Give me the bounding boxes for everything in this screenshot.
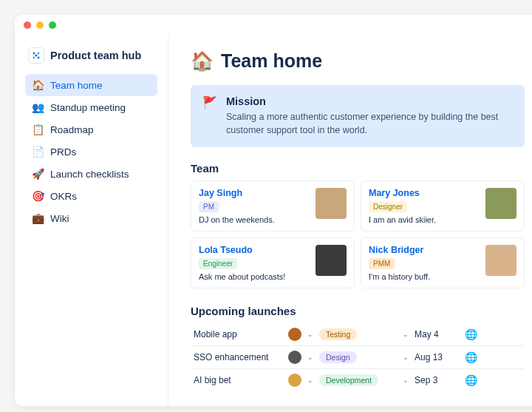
team-member-name: Mary Jones [369,188,478,198]
launch-date: May 4 [415,329,439,340]
role-badge: Designer [369,201,407,212]
team-card[interactable]: Nick Bridger PMM I'm a history buff. [361,237,525,288]
launch-row[interactable]: SSO enhancement ⌄ Design ⌄ Aug 13 🌐 [191,346,525,369]
nav-label: OKRs [50,191,77,202]
mission-banner: 🚩 Mission Scaling a more authentic custo… [191,85,525,147]
window-titlebar [15,15,532,36]
launch-date: Aug 13 [415,352,443,362]
window-close-icon[interactable] [24,21,31,29]
mission-icon: 🚩 [202,95,217,137]
status-badge: Design [319,351,357,363]
window-minimize-icon[interactable] [36,21,44,29]
sidebar-item-prds[interactable]: 📄PRDs [25,141,157,163]
launches-section-title: Upcoming launches [191,305,525,317]
mission-body: Scaling a more authentic customer experi… [226,110,513,137]
launches-list: Mobile app ⌄ Testing ⌄ May 4 🌐 SSO enhan… [191,323,525,391]
nav-icon: 👥 [32,101,44,113]
sidebar-item-standup-meeting[interactable]: 👥Standup meeting [25,96,157,118]
nav-label: Team home [50,80,103,91]
team-card[interactable]: Lola Tseudo Engineer Ask me about podcas… [191,237,355,288]
team-member-name: Jay Singh [199,188,308,198]
chevron-down-icon[interactable]: ⌄ [307,354,313,361]
nav-icon: 📋 [32,124,44,135]
status-badge: Testing [319,328,357,340]
page-title-icon: 🏠 [191,50,214,72]
team-member-bio: DJ on the weekends. [199,215,308,224]
nav-icon: 🏠 [32,79,44,91]
svg-point-2 [35,55,38,57]
sidebar-item-team-home[interactable]: 🏠Team home [25,74,157,96]
launch-row[interactable]: Mobile app ⌄ Testing ⌄ May 4 🌐 [191,323,525,346]
sidebar-nav: 🏠Team home👥Standup meeting📋Roadmap📄PRDs🚀… [25,74,157,229]
nav-icon: 🚀 [32,168,44,180]
sidebar-item-launch-checklists[interactable]: 🚀Launch checklists [25,163,157,185]
team-member-bio: I'm a history buff. [369,272,478,281]
sidebar-item-roadmap[interactable]: 📋Roadmap [25,118,157,141]
role-badge: Engineer [199,258,237,269]
nav-icon: 📄 [32,146,44,158]
role-badge: PMM [369,258,395,269]
role-badge: PM [199,201,219,212]
avatar [288,328,301,341]
chevron-down-icon[interactable]: ⌄ [307,376,313,384]
workspace-icon [28,47,44,64]
launch-name: SSO enhancement [194,352,282,362]
team-member-bio: I am an avid skiier. [369,215,478,224]
globe-icon[interactable]: 🌐 [465,351,477,363]
sidebar-item-wiki[interactable]: 💼Wiki [25,207,157,229]
nav-label: Launch checklists [50,169,129,180]
svg-point-1 [38,53,40,55]
sidebar-item-okrs[interactable]: 🎯OKRs [25,185,157,207]
app-window: Product team hub 🏠Team home👥Standup meet… [15,15,532,406]
globe-icon[interactable]: 🌐 [465,374,477,386]
launch-name: Mobile app [194,329,282,340]
team-grid: Jay Singh PM DJ on the weekends. Mary Jo… [191,180,525,288]
team-card[interactable]: Jay Singh PM DJ on the weekends. [191,180,355,232]
svg-point-4 [38,57,40,59]
launch-date: Sep 3 [415,375,437,385]
page-title-text: Team home [221,50,322,72]
nav-label: Wiki [50,213,69,224]
launch-row[interactable]: AI big bet ⌄ Development ⌄ Sep 3 🌐 [191,369,525,391]
chevron-down-icon[interactable]: ⌄ [403,331,409,338]
team-section-title: Team [191,162,525,175]
nav-label: Standup meeting [50,102,126,113]
svg-point-0 [33,53,35,55]
chevron-down-icon[interactable]: ⌄ [403,376,409,384]
avatar [316,245,347,276]
sidebar: Product team hub 🏠Team home👥Standup meet… [15,36,168,406]
chevron-down-icon[interactable]: ⌄ [403,354,409,361]
team-member-name: Lola Tseudo [199,245,308,255]
chevron-down-icon[interactable]: ⌄ [307,331,313,338]
globe-icon[interactable]: 🌐 [465,328,477,340]
nav-label: Roadmap [50,124,94,135]
team-card[interactable]: Mary Jones Designer I am an avid skiier. [361,180,525,232]
launch-name: AI big bet [194,375,282,385]
nav-icon: 🎯 [32,190,44,202]
main-content: 🏠 Team home 🚩 Mission Scaling a more aut… [168,36,532,406]
mission-title: Mission [226,95,513,107]
avatar [288,351,301,364]
page-title: 🏠 Team home [191,50,525,72]
avatar [288,374,301,387]
avatar [485,245,516,276]
nav-label: PRDs [50,146,76,158]
nav-icon: 💼 [32,212,44,224]
workspace-header[interactable]: Product team hub [25,43,157,74]
window-maximize-icon[interactable] [49,21,56,29]
status-badge: Development [319,374,378,386]
avatar [316,188,347,219]
workspace-name: Product team hub [50,50,141,61]
team-member-bio: Ask me about podcasts! [199,272,308,281]
team-member-name: Nick Bridger [369,245,478,255]
avatar [485,188,516,219]
svg-point-3 [33,57,35,59]
